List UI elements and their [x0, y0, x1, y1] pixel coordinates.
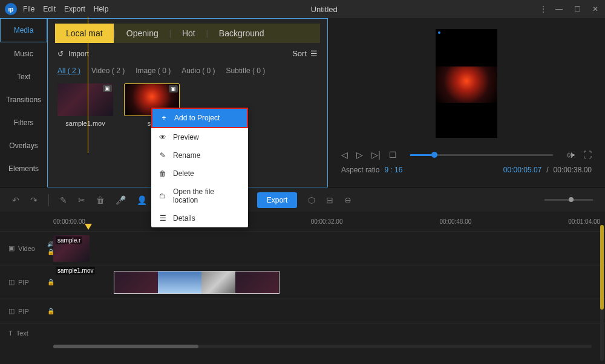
sidebar-item-music[interactable]: Music [0, 42, 47, 65]
filter-audio[interactable]: Audio ( 0 ) [182, 67, 215, 75]
ctx-delete[interactable]: 🗑 Delete [151, 164, 248, 183]
camera-icon: ▣ [103, 85, 112, 92]
ctx-preview[interactable]: 👁 Preview [151, 128, 248, 146]
thumb-label: sample1.mov [57, 120, 113, 127]
toolbar: ↶ ↷ ✎ ✂ 🗑 🎤 👤 Speech&Text Converter Expo… [0, 187, 605, 212]
time-total: 00:00:38.00 [554, 166, 592, 174]
track-text: T Text [0, 323, 605, 342]
menu-help[interactable]: Help [94, 5, 109, 13]
fullscreen-icon[interactable]: ⛶ [583, 150, 592, 160]
menu-edit[interactable]: Edit [43, 5, 56, 13]
lock-icon[interactable]: 🔒 [47, 308, 54, 314]
pip-clip[interactable]: sample1.mov [114, 271, 280, 294]
pencil-icon: ✎ [159, 151, 167, 160]
aspect-label: Aspect ratio [341, 166, 379, 174]
maximize-button[interactable]: ☐ [572, 5, 582, 13]
sidebar-item-filters[interactable]: Filters [0, 111, 47, 134]
menu-file[interactable]: File [23, 5, 34, 13]
sort-button[interactable]: Sort ☰ [292, 49, 318, 58]
plus-icon: + [160, 114, 168, 122]
playhead-line [88, 17, 88, 153]
aspect-value[interactable]: 9 : 16 [384, 166, 402, 174]
preview-video[interactable] [436, 29, 497, 138]
import-icon: ↺ [57, 50, 64, 58]
minimize-button[interactable]: — [554, 5, 564, 13]
export-button[interactable]: Export [257, 192, 298, 208]
player-slider[interactable] [410, 154, 553, 156]
track-pip-2: ◫ PIP 🔒 [0, 299, 605, 323]
lock-icon[interactable]: 🔒 [47, 279, 54, 285]
media-thumb[interactable]: ▣ sample1.mov [57, 83, 113, 127]
filter-all[interactable]: All ( 2 ) [57, 67, 80, 75]
sidebar-item-text[interactable]: Text [0, 65, 47, 88]
filter-row: All ( 2 ) Video ( 2 ) Image ( 0 ) Audio … [55, 64, 320, 81]
filter-subtitle[interactable]: Subtitle ( 0 ) [226, 67, 266, 75]
app-icon: ıp [5, 3, 17, 15]
context-menu: + Add to Project 👁 Preview ✎ Rename 🗑 De… [151, 108, 248, 227]
zoom-out-icon[interactable]: ⊖ [344, 195, 352, 205]
preview-frame [436, 67, 497, 103]
volume-icon[interactable]: 🕪 [566, 150, 575, 160]
import-button[interactable]: ↺ Import [57, 50, 89, 58]
ctx-rename[interactable]: ✎ Rename [151, 146, 248, 164]
redo-button[interactable]: ↷ [30, 195, 38, 205]
filter-image[interactable]: Image ( 0 ) [136, 67, 171, 75]
track-video: ▣ Video 🔊 🔒 sample.r [0, 231, 605, 265]
pip-track-icon: ◫ [8, 278, 15, 286]
link-icon[interactable]: ⊟ [326, 195, 333, 205]
folder-icon: 🗀 [159, 192, 167, 200]
preview-panel: ◁ ▷ ▷| ☐ 🕪 ⛶ Aspect ratio 9 : 16 00:00:0… [328, 18, 605, 187]
sidebar-item-overlays[interactable]: Overlays [0, 134, 47, 157]
video-track-icon: ▣ [8, 244, 15, 252]
zoom-slider[interactable] [544, 199, 593, 201]
tab-row: Local mat | Opening | Hot | Background [55, 24, 320, 43]
tab-hot[interactable]: Hot [171, 24, 206, 43]
prev-frame-button[interactable]: ◁ [341, 150, 348, 160]
shield-icon[interactable]: ⬡ [308, 195, 315, 205]
next-frame-button[interactable]: ▷| [371, 150, 381, 160]
details-icon: ☰ [159, 214, 167, 223]
cut-icon[interactable]: ✂ [78, 195, 85, 205]
sidebar: Media Music Text Transitions Filters Ove… [0, 18, 47, 187]
vertical-scrollbar[interactable] [600, 225, 604, 361]
track-pip: ◫ PIP 🔒 sample1.mov [0, 265, 605, 299]
sidebar-item-media[interactable]: Media [0, 18, 47, 42]
camera-icon: ▣ [169, 85, 178, 93]
ctx-add-to-project[interactable]: + Add to Project [151, 108, 248, 128]
menu-export[interactable]: Export [64, 5, 85, 13]
ctx-details[interactable]: ☰ Details [151, 209, 248, 227]
person-icon[interactable]: 👤 [137, 195, 147, 205]
undo-button[interactable]: ↶ [12, 195, 19, 205]
mic-icon[interactable]: 🎤 [116, 195, 126, 205]
pip-track-icon: ◫ [8, 307, 15, 315]
window-title: Untitled [108, 5, 540, 14]
play-button[interactable]: ▷ [356, 150, 363, 160]
list-icon: ☰ [310, 49, 318, 58]
timeline-scrollbar[interactable] [53, 345, 592, 348]
timeline-ruler[interactable]: 00:00:00.00 00:00:16.00 00:00:32.00 00:0… [0, 212, 605, 231]
marker-icon [438, 31, 440, 34]
tab-local[interactable]: Local mat [55, 24, 114, 43]
text-track-icon: T [8, 330, 13, 337]
time-current: 00:00:05.07 [503, 166, 541, 174]
playhead[interactable] [85, 224, 92, 230]
delete-icon[interactable]: 🗑 [96, 195, 105, 205]
tab-opening[interactable]: Opening [116, 24, 169, 43]
trash-icon: 🗑 [159, 169, 167, 178]
video-clip[interactable]: sample.r [53, 235, 90, 262]
sidebar-item-elements[interactable]: Elements [0, 157, 47, 180]
more-icon[interactable]: ⋮ [540, 5, 546, 13]
edit-icon[interactable]: ✎ [60, 195, 67, 205]
tab-background[interactable]: Background [208, 24, 275, 43]
sidebar-item-transitions[interactable]: Transitions [0, 88, 47, 111]
filter-video[interactable]: Video ( 2 ) [91, 67, 125, 75]
menu-bar: File Edit Export Help [23, 5, 108, 13]
ctx-open-location[interactable]: 🗀 Open the file location [151, 183, 248, 209]
eye-icon: 👁 [159, 133, 167, 141]
close-button[interactable]: ✕ [590, 5, 600, 13]
stop-button[interactable]: ☐ [389, 150, 397, 160]
